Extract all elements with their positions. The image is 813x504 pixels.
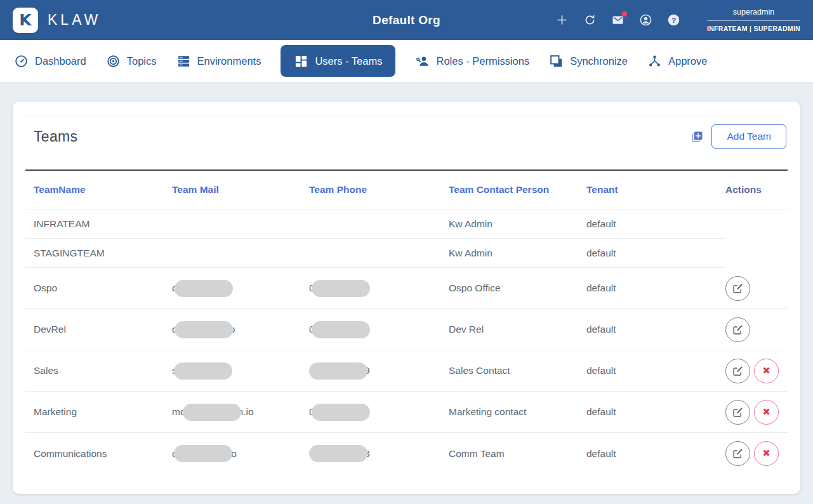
nav-label: Approve [668,55,707,67]
column-header-team-mail[interactable]: Team Mail [172,171,309,209]
account-circle-icon[interactable] [639,13,652,27]
person-key-icon [415,54,430,69]
cell-text: Comm Team [449,448,505,460]
table-row: Ospoo0Ospo Officedefault [25,268,788,309]
redacted-value [175,280,233,297]
plus-icon[interactable] [555,13,569,27]
team-tenant-cell: default [586,268,725,309]
cell-text: default [586,448,616,460]
nav-item-roles-permissions[interactable]: Roles - Permissions [415,54,529,69]
team-actions-cell: ✖ [725,392,788,433]
delete-team-button[interactable]: ✖ [754,400,779,425]
edit-icon [732,366,743,376]
team-actions-cell [725,209,788,239]
team-tenant-cell: default [586,433,725,474]
klaw-logo[interactable]: K [13,8,38,33]
nav-label: Synchronize [570,55,628,67]
team-actions-cell [725,309,788,350]
edit-team-button[interactable] [725,359,750,383]
unread-badge [622,11,627,17]
column-header-team-phone[interactable]: Team Phone [309,171,449,209]
table-row: INFRATEAMKw Admindefault [25,209,788,239]
column-header-team-contact-person[interactable]: Team Contact Person [449,171,586,209]
team-name-cell: DevRel [25,309,172,350]
help-glyph: ? [671,16,676,25]
column-header-tenant[interactable]: Tenant [586,171,725,209]
edit-icon [732,407,743,418]
nav-item-topics[interactable]: Topics [106,54,157,69]
panel-top-divider [25,116,788,116]
table-row: STAGINGTEAMKw Admindefault [25,239,788,268]
dashboard-grid-icon [294,54,308,69]
delete-team-button[interactable]: ✖ [754,441,779,466]
team-name-cell: INFRATEAM [25,209,172,239]
team-actions-cell [725,239,788,268]
delete-team-button[interactable]: ✖ [754,359,779,383]
cell-text: Kw Admin [449,218,492,230]
redacted-value [312,280,370,297]
team-phone-cell: 9 [309,350,449,392]
header-icon-group: ? [555,13,680,27]
server-stack-icon [176,54,191,69]
redacted-value [183,404,241,421]
help-icon[interactable]: ? [667,13,680,27]
hub-icon [647,54,662,69]
bullseye-icon [106,54,121,69]
cell-text: INFRATEAM [34,218,89,230]
team-contact-cell: Dev Rel [449,309,586,350]
cell-text: DevRel [34,324,66,335]
team-tenant-cell: default [586,309,725,350]
redacted-value [312,321,370,338]
nav-label: Users - Teams [315,55,382,67]
teams-table: TeamName Team Mail Team Phone Team Conta… [25,169,788,474]
cell-text: Communications [34,448,107,460]
edit-team-button[interactable] [725,400,750,425]
nav-label: Environments [197,55,261,67]
edit-team-button[interactable] [725,276,750,301]
edit-icon [732,448,743,459]
redacted-value [309,445,367,462]
team-mail-cell: s [172,350,309,392]
team-phone-cell: 0 [309,309,449,350]
redacted-value [174,445,232,462]
edit-team-button[interactable] [725,441,750,466]
main-nav: Dashboard Topics Environments Users - Te… [0,40,813,83]
nav-item-synchronize[interactable]: Synchronize [549,54,628,69]
cell-text: default [586,406,616,418]
edit-team-button[interactable] [725,317,750,342]
column-header-team-name[interactable]: TeamName [25,171,172,209]
table-row: DevReldo0Dev Reldefault [25,309,788,350]
cell-text: default [586,324,616,335]
gauge-icon [14,54,29,69]
team-mail-cell [172,239,309,268]
nav-item-users-teams[interactable]: Users - Teams [281,45,395,77]
cell-text: default [586,218,616,230]
team-mail-cell [172,209,309,239]
team-tenant-cell: default [586,350,725,392]
nav-item-environments[interactable]: Environments [176,54,261,69]
redacted-value [312,404,370,421]
nav-item-approve[interactable]: Approve [647,54,707,69]
redacted-value [175,321,233,338]
team-actions-cell [725,268,788,309]
mail-icon[interactable] [611,13,625,27]
add-team-button[interactable]: Add Team [711,124,786,149]
klaw-logo-letter: K [19,12,31,28]
team-name-cell: STAGINGTEAM [25,239,172,268]
user-block[interactable]: superadmin INFRATEAM | SUPERADMIN [707,8,800,32]
team-phone-cell [309,239,449,268]
cell-text: STAGINGTEAM [34,248,105,259]
cell-text: Ospo Office [449,282,501,294]
table-row: Marketingmon.io0Marketing contactdefault… [25,392,788,433]
cell-text: Marketing contact [449,406,526,418]
table-header-row: TeamName Team Mail Team Phone Team Conta… [25,171,788,209]
refresh-icon[interactable] [583,13,597,27]
nav-item-dashboard[interactable]: Dashboard [14,54,86,69]
team-name-cell: Communications [25,433,172,474]
library-add-icon[interactable] [691,131,703,143]
team-contact-cell: Kw Admin [449,209,586,239]
app-header: K KLAW Default Org ? superadmin INFRATEA… [0,0,813,40]
cell-text: Kw Admin [449,248,492,259]
nav-label: Topics [127,55,157,67]
cell-text: Sales Contact [449,365,510,376]
